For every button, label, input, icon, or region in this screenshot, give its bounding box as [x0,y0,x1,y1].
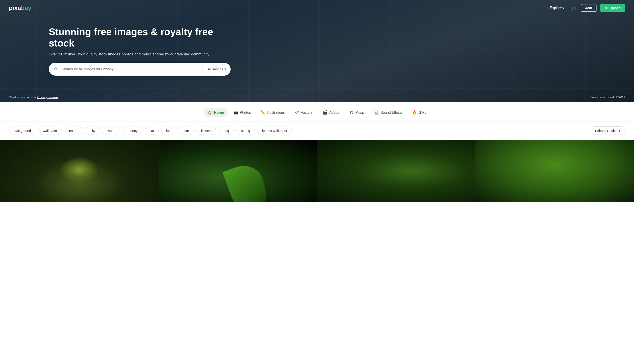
upload-icon [604,6,608,10]
tab-videos[interactable]: 🎬Videos [318,108,344,117]
tag-cat[interactable]: cat [145,126,158,135]
tab-gifs[interactable]: 🔥GIFs [408,108,430,117]
tab-label: GIFs [418,110,426,114]
search-input[interactable] [62,67,201,71]
tag-water[interactable]: water [103,126,120,135]
search-bar: All images ▾ [49,63,231,76]
search-type-button[interactable]: All images ▾ [203,67,231,71]
tags-section: backgroundwallpapernatureskywatermoneyca… [0,122,634,140]
image-card-water-drop[interactable] [476,140,634,202]
tab-photos[interactable]: 📷Photos [230,108,255,117]
tab-illustrations[interactable]: ✏️Illustrations [256,108,289,117]
photos-icon: 📷 [234,110,238,115]
chevron-down-icon: ▾ [619,128,620,132]
tag-dog[interactable]: dog [219,126,234,135]
tag-nature[interactable]: nature [64,126,84,135]
login-label: Log in [568,6,578,10]
image-grid [0,140,634,202]
hero-subtitle: Over 2.8 million+ high quality stock ima… [49,52,222,56]
upload-button[interactable]: Upload [600,4,625,12]
tag-background[interactable]: background [9,126,36,135]
login-button[interactable]: Log in [568,6,578,10]
tag-iphone-wallpaper[interactable]: iphone wallpaper [258,126,292,135]
image-card-turtle[interactable] [0,140,158,202]
tab-music[interactable]: 🎵Music [345,108,368,117]
tag-flowers[interactable]: flowers [196,126,216,135]
tab-label: Home [214,110,224,114]
editors-choice-button[interactable]: Editor's Choice▾ [590,126,625,135]
gifs-icon: 🔥 [412,110,417,115]
tab-label: Sound Effects [380,110,402,114]
hero-title: Stunning free images & royalty free stoc… [49,26,222,49]
search-type-label: All images [208,67,223,71]
vectors-icon: 💎 [294,110,299,115]
tab-label: Illustrations [267,110,285,114]
logo: pixabay [9,4,31,12]
sound-effects-icon: 📊 [374,110,379,115]
tab-label: Vectors [301,110,312,114]
explore-button[interactable]: Explore ▾ [550,6,564,10]
music-icon: 🎵 [349,110,354,115]
hero-footer: Read more about the Pixabay License Free… [9,96,625,99]
videos-icon: 🎬 [322,110,327,115]
upload-label: Upload [610,6,621,10]
tabs-section: 🏠Home📷Photos✏️Illustrations💎Vectors🎬Vide… [0,102,634,122]
tab-vectors[interactable]: 💎Vectors [290,108,316,117]
tab-label: Photos [240,110,251,114]
credit-link[interactable]: wal_172619 [610,96,625,99]
chevron-down-icon: ▾ [563,6,564,10]
tab-label: Music [355,110,364,114]
illustrations-icon: ✏️ [260,110,265,115]
tag-sky[interactable]: sky [86,126,100,135]
hero-section: pixabay Explore ▾ Log in Join Upload Stu… [0,0,634,102]
search-divider [202,66,202,72]
editors-choice-label: Editor's Choice [595,129,617,132]
navbar: pixabay Explore ▾ Log in Join Upload [0,0,634,16]
tag-wallpaper[interactable]: wallpaper [38,126,62,135]
join-button[interactable]: Join [581,4,596,12]
tag-spring[interactable]: spring [236,126,255,135]
tab-home[interactable]: 🏠Home [204,108,228,117]
home-icon: 🏠 [208,110,212,115]
chevron-down-icon: ▾ [224,67,226,71]
image-card-leaf-dark[interactable] [158,140,317,202]
license-text: Read more about the Pixabay License [9,96,58,99]
tab-sound-effects[interactable]: 📊Sound Effects [370,108,406,117]
credit-text: Free image by wal_172619 [590,96,625,99]
tag-money[interactable]: money [123,126,142,135]
tab-label: Videos [329,110,340,114]
pixabay-license-link[interactable]: Pixabay License [37,96,58,99]
tag-food[interactable]: food [161,126,177,135]
explore-label: Explore [550,6,562,10]
logo-text: pixabay [9,4,31,11]
image-card-green-leaf[interactable] [317,140,476,202]
search-icon [49,67,62,72]
hero-content: Stunning free images & royalty free stoc… [49,26,222,75]
tag-car[interactable]: car [180,126,194,135]
